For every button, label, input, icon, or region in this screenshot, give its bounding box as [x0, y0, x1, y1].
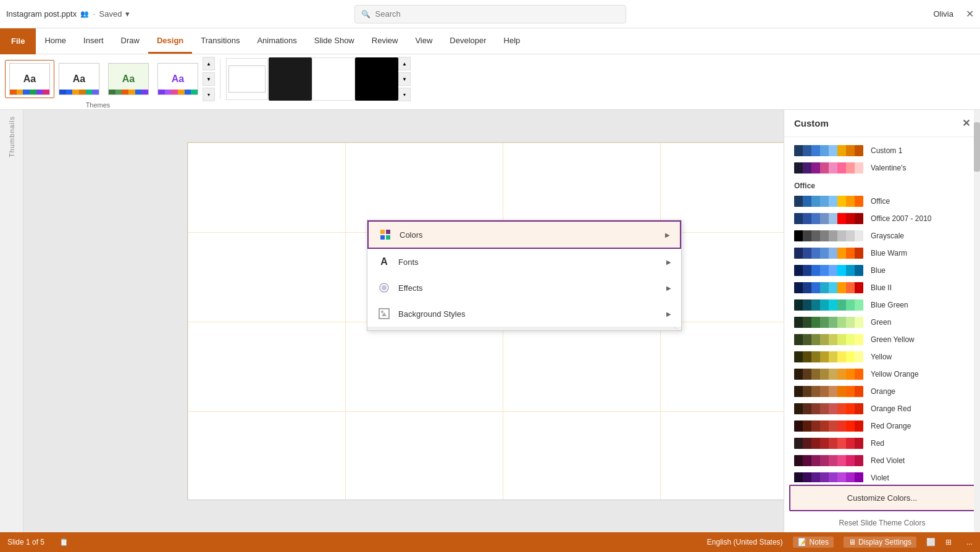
tab-design[interactable]: Design [148, 28, 192, 54]
color-name-orangered: Orange Red [871, 404, 970, 413]
color-item-red[interactable]: Red [784, 435, 980, 452]
tab-insert[interactable]: Insert [75, 28, 112, 54]
color-name-greenyellow: Green Yellow [871, 335, 970, 344]
scrollbar-thumb[interactable] [974, 122, 980, 172]
color-name-office2007: Office 2007 - 2010 [871, 214, 970, 223]
color-item-yelloworange[interactable]: Yellow Orange [784, 366, 980, 383]
doc-filename: Instagram post.pptx [6, 9, 77, 19]
thumbnail-label: Thumbnails [8, 116, 15, 157]
search-input[interactable] [375, 9, 619, 19]
dropdown-arrow[interactable]: ▾ [125, 9, 130, 19]
theme-item-4[interactable]: Aa [153, 60, 203, 98]
reset-colors-button[interactable]: Reset Slide Theme Colors [784, 514, 980, 532]
color-item-green[interactable]: Green [784, 314, 980, 331]
theme-preview-4: Aa [157, 63, 198, 95]
color-item-bluegreen[interactable]: Blue Green [784, 296, 980, 314]
customize-colors-button[interactable]: Customize Colors... [789, 485, 975, 511]
colors-panel-content[interactable]: Custom 1 Valentine's Office [784, 137, 980, 482]
color-item-blue[interactable]: Blue [784, 262, 980, 279]
normal-view-icon[interactable]: ⬜ [926, 538, 936, 546]
office-section-title: Office [784, 177, 980, 193]
color-name-yellow: Yellow [871, 353, 970, 361]
svg-rect-3 [386, 235, 390, 240]
effects-icon [377, 281, 391, 295]
window-close-button[interactable]: ✕ [966, 8, 974, 20]
dropdown-resize-handle[interactable]: ⋱ [367, 327, 681, 330]
color-item-greenyellow[interactable]: Green Yellow [784, 331, 980, 348]
effects-label: Effects [398, 283, 659, 293]
tab-animations[interactable]: Animations [248, 28, 305, 54]
slide-sorter-icon[interactable]: ⊞ [945, 538, 952, 546]
tab-help[interactable]: Help [495, 28, 529, 54]
themes-scroll-up[interactable]: ▲ [203, 57, 215, 70]
color-item-office[interactable]: Office [784, 193, 980, 210]
variant-item-4[interactable] [355, 57, 398, 101]
tab-developer[interactable]: Developer [441, 28, 495, 54]
color-item-bluewarm[interactable]: Blue Warm [784, 245, 980, 262]
tab-home[interactable]: Home [36, 28, 75, 54]
color-name-blue2: Blue II [871, 283, 970, 292]
colors-chevron: ▶ [665, 232, 670, 238]
color-swatch-bluegreen [794, 299, 863, 311]
dropdown-item-fonts[interactable]: A Fonts ▶ [367, 249, 681, 275]
theme-item-1[interactable]: Aa [5, 60, 54, 98]
color-item-office2007[interactable]: Office 2007 - 2010 [784, 210, 980, 227]
color-name-grayscale: Grayscale [871, 232, 970, 240]
tab-file[interactable]: File [0, 28, 36, 54]
bg-styles-label: Background Styles [398, 309, 659, 319]
color-swatch-orangered [794, 403, 863, 414]
color-item-yellow[interactable]: Yellow [784, 348, 980, 366]
colors-panel-close[interactable]: ✕ [962, 117, 970, 129]
color-item-valentines[interactable]: Valentine's [784, 159, 980, 177]
language-status: English (United States) [707, 538, 783, 546]
themes-expand[interactable]: ▾ [203, 88, 215, 101]
svg-rect-0 [380, 230, 385, 234]
color-name-bluegreen: Blue Green [871, 301, 970, 309]
ribbon: File Home Insert Draw Design Transitions… [0, 28, 980, 54]
dropdown-item-effects[interactable]: Effects ▶ [367, 275, 681, 301]
color-item-grayscale[interactable]: Grayscale [784, 227, 980, 245]
effects-chevron: ▶ [666, 285, 671, 291]
variants-scroll-up[interactable]: ▲ [398, 57, 411, 70]
saved-status: Saved [99, 9, 122, 19]
title-bar: Instagram post.pptx 👥 - Saved ▾ 🔍 Olivia… [0, 0, 980, 28]
color-name-redorange: Red Orange [871, 422, 970, 430]
variant-item-1[interactable] [225, 57, 269, 101]
tab-slideshow[interactable]: Slide Show [306, 28, 363, 54]
dropdown-item-colors[interactable]: Colors ▶ [367, 220, 681, 249]
display-settings-button[interactable]: 🖥 Display Settings [844, 537, 916, 548]
color-item-orangered[interactable]: Orange Red [784, 400, 980, 417]
variant-item-2[interactable] [269, 57, 312, 101]
color-name-blue: Blue [871, 266, 970, 275]
notes-button[interactable]: 📝 Notes [793, 537, 834, 548]
search-box[interactable]: 🔍 [354, 5, 626, 23]
tab-transitions[interactable]: Transitions [192, 28, 248, 54]
variants-expand[interactable]: ▾ [398, 88, 411, 101]
themes-group: Aa Aa [5, 57, 411, 107]
color-item-orange[interactable]: Orange [784, 383, 980, 400]
dropdown-item-bg-styles[interactable]: Background Styles ▶ [367, 301, 681, 327]
color-item-custom1[interactable]: Custom 1 [784, 142, 980, 159]
design-toolbar: Aa Aa [0, 54, 980, 110]
variants-scroll-down[interactable]: ▼ [398, 72, 411, 86]
color-item-redviolet[interactable]: Red Violet [784, 452, 980, 469]
tab-view[interactable]: View [406, 28, 441, 54]
tab-draw[interactable]: Draw [112, 28, 148, 54]
svg-point-7 [381, 311, 383, 313]
colors-panel-scrollbar[interactable] [974, 110, 980, 532]
color-name-orange: Orange [871, 387, 970, 396]
theme-item-3[interactable]: Aa [104, 60, 153, 98]
color-item-redorange[interactable]: Red Orange [784, 417, 980, 435]
color-item-blue2[interactable]: Blue II [784, 279, 980, 296]
color-swatch-redviolet [794, 455, 863, 466]
theme-preview-2: Aa [59, 63, 99, 95]
color-swatch-grayscale [794, 230, 863, 241]
color-item-violet[interactable]: Violet [784, 469, 980, 482]
tab-review[interactable]: Review [363, 28, 407, 54]
collab-icon: 👥 [80, 10, 89, 18]
variant-item-3[interactable] [312, 57, 355, 101]
theme-item-2[interactable]: Aa [54, 60, 104, 98]
themes-scroll-down[interactable]: ▼ [203, 72, 215, 86]
user-area: Olivia [933, 9, 953, 19]
color-swatch-greenyellow [794, 334, 863, 345]
